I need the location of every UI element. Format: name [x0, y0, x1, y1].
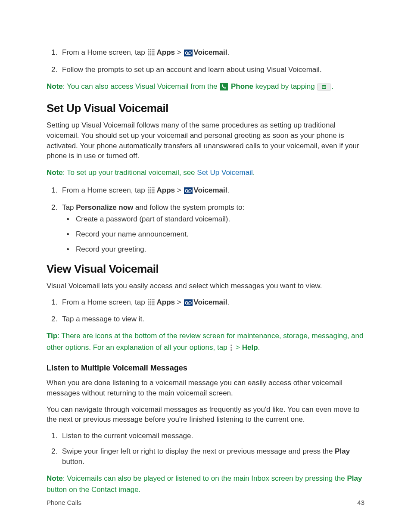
voicemail-label: Voicemail	[193, 48, 227, 56]
paragraph: Setting up Visual Voicemail follows many…	[47, 120, 364, 161]
step-text: Swipe your finger left or right to displ…	[62, 447, 335, 455]
svg-rect-10	[152, 53, 153, 54]
subsection-heading-listen: Listen to Multiple Voicemail Messages	[47, 364, 364, 373]
note-callout: Note: You can also access Visual Voicema…	[47, 81, 364, 94]
svg-rect-51	[150, 301, 151, 302]
apps-grid-icon	[148, 49, 156, 59]
link-setup-voicemail[interactable]: Set Up Voicemail	[197, 168, 252, 177]
step-text: and follow the system prompts to:	[133, 203, 244, 212]
tip-text: : There are icons at the bottom of the r…	[47, 332, 364, 351]
step-text: From a Home screen, tap	[62, 298, 147, 306]
svg-rect-48	[152, 299, 153, 300]
separator: >	[234, 343, 242, 352]
tip-callout: Tip: There are icons at the bottom of th…	[47, 330, 364, 355]
apps-grid-icon	[148, 299, 156, 309]
svg-rect-61	[153, 304, 155, 305]
tip-text: .	[258, 343, 260, 352]
bullet-text: Create a password (part of standard voic…	[76, 215, 230, 223]
note-label: Note	[47, 474, 63, 482]
svg-rect-52	[152, 301, 153, 302]
svg-rect-31	[150, 189, 151, 190]
svg-rect-35	[150, 190, 151, 192]
svg-rect-68	[231, 349, 232, 351]
step-text: Listen to the current voicemail message.	[62, 432, 193, 440]
svg-rect-29	[153, 187, 155, 188]
svg-rect-37	[153, 190, 155, 192]
step-text: Tap a message to view it.	[62, 315, 144, 323]
svg-rect-55	[150, 302, 151, 304]
play-label: Play	[347, 474, 362, 482]
voicemail-icon	[184, 187, 193, 197]
svg-rect-4	[148, 51, 149, 52]
note-label: Note	[47, 168, 63, 177]
svg-rect-49	[153, 299, 155, 300]
footer-page-number: 43	[357, 499, 364, 506]
svg-rect-0	[148, 49, 149, 50]
note-text: keypad by tapping	[253, 82, 317, 90]
help-label: Help	[242, 343, 258, 352]
play-label: Play	[335, 447, 350, 455]
note-label: Note	[47, 82, 63, 90]
footer-section: Phone Calls	[47, 499, 81, 506]
more-options-icon	[230, 344, 233, 355]
voicemail-icon	[184, 299, 193, 309]
note-text: button on the Contact image.	[47, 485, 140, 494]
note-text: .	[331, 82, 333, 90]
list-item: Follow the prompts to set up an account …	[59, 65, 364, 75]
svg-rect-38	[148, 192, 149, 193]
svg-rect-9	[150, 53, 151, 54]
apps-label: Apps	[156, 186, 175, 194]
voicemail-icon	[184, 49, 193, 59]
svg-rect-34	[148, 190, 149, 192]
note-text: .	[253, 168, 255, 177]
svg-rect-1	[150, 49, 151, 50]
svg-rect-15	[153, 54, 155, 56]
period: .	[227, 298, 229, 306]
list-item: From a Home screen, tap Apps > Voicemail…	[59, 185, 364, 197]
svg-rect-57	[153, 302, 155, 304]
list-item: Tap a message to view it.	[59, 314, 364, 324]
step-text: Tap	[62, 203, 76, 212]
section-heading-view: View Visual Voicemail	[47, 262, 364, 276]
paragraph: You can navigate through voicemail messa…	[47, 404, 364, 425]
setup-substeps: Create a password (part of standard voic…	[62, 215, 364, 255]
svg-rect-39	[150, 192, 151, 193]
voicemail-label: Voicemail	[193, 186, 227, 194]
svg-rect-7	[153, 51, 155, 52]
separator: >	[175, 48, 183, 56]
list-item: Create a password (part of standard voic…	[74, 215, 364, 224]
voicemail-label: Voicemail	[193, 298, 227, 306]
separator: >	[175, 298, 183, 306]
setup-steps: From a Home screen, tap Apps > Voicemail…	[47, 185, 364, 254]
svg-rect-67	[231, 347, 232, 348]
svg-rect-46	[148, 299, 149, 300]
list-item: Listen to the current voicemail message.	[59, 431, 364, 441]
svg-rect-5	[150, 51, 151, 52]
svg-rect-47	[150, 299, 151, 300]
svg-rect-30	[148, 189, 149, 190]
tip-label: Tip	[47, 332, 57, 340]
apps-grid-icon	[148, 187, 156, 197]
svg-rect-28	[152, 187, 153, 188]
svg-rect-12	[148, 54, 149, 56]
svg-rect-60	[152, 304, 153, 305]
svg-rect-50	[148, 301, 149, 302]
svg-rect-6	[152, 51, 153, 52]
period: .	[227, 186, 229, 194]
section-heading-setup: Set Up Visual Voicemail	[47, 102, 364, 115]
intro-steps: From a Home screen, tap Apps > Voicemail…	[47, 47, 364, 75]
step-text: Follow the prompts to set up an account …	[62, 65, 322, 74]
apps-label: Apps	[156, 48, 175, 56]
phone-app-icon	[220, 83, 228, 94]
list-item: Swipe your finger left or right to displ…	[59, 446, 364, 467]
view-steps: From a Home screen, tap Apps > Voicemail…	[47, 297, 364, 325]
svg-rect-14	[152, 54, 153, 56]
svg-rect-33	[153, 189, 155, 190]
svg-rect-54	[148, 302, 149, 304]
svg-rect-53	[153, 301, 155, 302]
phone-label: Phone	[231, 82, 253, 90]
note-callout: Note: To set up your traditional voicema…	[47, 167, 364, 178]
listen-steps: Listen to the current voicemail message.…	[47, 431, 364, 467]
voicemail-keypad-icon	[318, 83, 330, 94]
svg-rect-40	[152, 192, 153, 193]
